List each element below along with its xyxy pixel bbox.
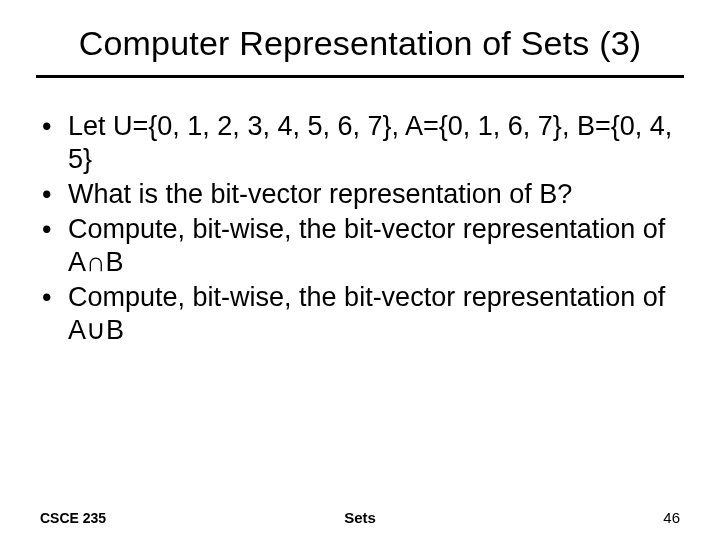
slide-footer: CSCE 235 Sets 46 <box>0 504 720 526</box>
bullet-item: Let U={0, 1, 2, 3, 4, 5, 6, 7}, A={0, 1,… <box>40 110 680 176</box>
bullet-list: Let U={0, 1, 2, 3, 4, 5, 6, 7}, A={0, 1,… <box>40 110 680 347</box>
slide-body: Let U={0, 1, 2, 3, 4, 5, 6, 7}, A={0, 1,… <box>0 78 720 347</box>
footer-page-number: 46 <box>663 509 680 526</box>
bullet-item: Compute, bit-wise, the bit-vector repres… <box>40 281 680 347</box>
slide: Computer Representation of Sets (3) Let … <box>0 0 720 540</box>
bullet-item: What is the bit-vector representation of… <box>40 178 680 211</box>
bullet-item: Compute, bit-wise, the bit-vector repres… <box>40 213 680 279</box>
slide-title: Computer Representation of Sets (3) <box>0 0 720 75</box>
footer-topic: Sets <box>0 509 720 526</box>
